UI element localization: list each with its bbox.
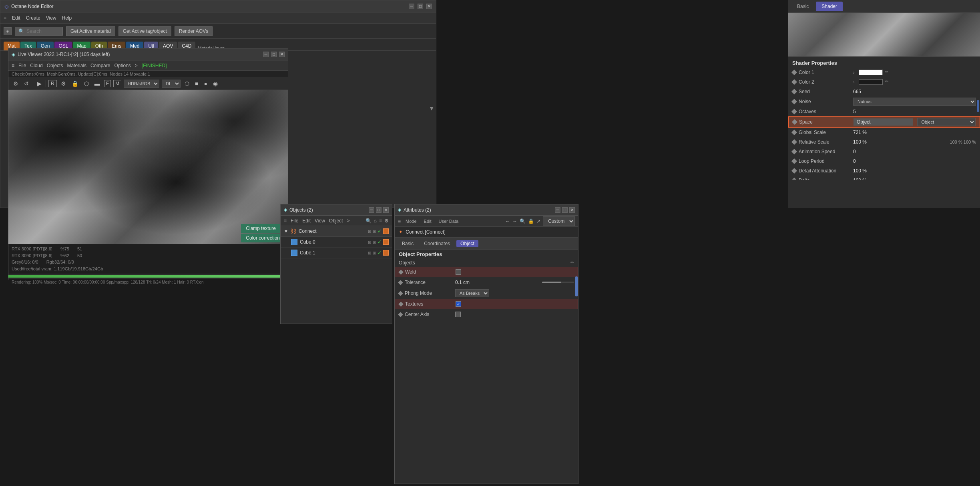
prop-relative-scale: Relative Scale 100 % 100 % 100 %: [788, 137, 980, 147]
lv-tool-refresh[interactable]: ↺: [22, 80, 30, 88]
obj-menu-file[interactable]: File: [291, 218, 298, 224]
minimize-button[interactable]: ─: [409, 4, 414, 9]
lv-dl-dropdown[interactable]: DL: [162, 80, 181, 88]
attr-external-icon[interactable]: ↗: [536, 218, 540, 224]
search-input[interactable]: [26, 28, 58, 34]
lv-tool-hexagon[interactable]: ⬡: [183, 80, 191, 88]
attr-hamburger[interactable]: ≡: [398, 218, 401, 224]
obj-list-icon[interactable]: ≡: [379, 218, 382, 224]
attr-maximize[interactable]: □: [562, 207, 568, 213]
attr-close[interactable]: ✕: [569, 207, 575, 213]
prop-color2-edit[interactable]: ✏: [885, 79, 891, 85]
menu-create[interactable]: Create: [26, 15, 40, 21]
attr-textures-checkbox[interactable]: [456, 301, 461, 307]
prop-noise-dropdown[interactable]: Nutous: [853, 98, 976, 106]
obj-hamburger[interactable]: ≡: [284, 218, 287, 224]
lv-tool-circle[interactable]: ●: [202, 80, 209, 88]
lv-menu-options[interactable]: Options: [114, 63, 131, 68]
obj-close[interactable]: ✕: [383, 207, 389, 213]
lv-tool-sphere[interactable]: ⬡: [82, 80, 90, 88]
lv-separator-2: [46, 80, 46, 87]
attr-custom-dropdown[interactable]: Custom: [543, 216, 575, 226]
menu-help[interactable]: Help: [62, 15, 72, 21]
obj-menu-view[interactable]: View: [315, 218, 325, 224]
clamp-texture-button[interactable]: Clamp texture: [241, 224, 285, 233]
prop-color2-swatch[interactable]: [859, 79, 883, 85]
objects-panel: ◈ Objects (2) ─ □ ✕ ≡ File Edit View Obj…: [280, 204, 392, 324]
attr-scrollbar[interactable]: [575, 276, 578, 296]
attr-title-left: ◈ Attributes (2): [398, 207, 431, 213]
right-panel-scrollbar[interactable]: [977, 100, 979, 112]
attr-nav-right[interactable]: →: [512, 218, 517, 224]
live-viewer-titlebar: ◈ Live Viewer 2022.1-RC1-[r2] (105 days …: [8, 48, 288, 60]
color-correction-button[interactable]: Color correction: [241, 234, 285, 242]
attr-menu-edit[interactable]: Edit: [422, 218, 434, 224]
lv-minimize-button[interactable]: ─: [263, 52, 269, 57]
search-box[interactable]: 🔍: [15, 27, 63, 36]
attr-phong-dropdown[interactable]: As Breaks: [455, 289, 489, 297]
lv-tool-lock[interactable]: 🔒: [70, 80, 80, 88]
lv-maximize-button[interactable]: □: [271, 52, 277, 57]
attr-minimize[interactable]: ─: [555, 207, 560, 213]
lv-menu-file[interactable]: File: [18, 63, 26, 68]
cube1-mat: [383, 250, 389, 256]
attr-panel-title: Attributes (2): [404, 207, 431, 213]
lv-tool-m-btn[interactable]: M: [113, 80, 121, 87]
obj-search-icon[interactable]: 🔍: [365, 218, 372, 224]
menu-hamburger[interactable]: ≡: [4, 15, 6, 21]
get-active-material-button[interactable]: Get Active material: [66, 26, 115, 36]
obj-menu-more[interactable]: >: [347, 218, 350, 224]
attr-obj-edit-icon[interactable]: ✏: [570, 260, 574, 265]
attr-center-axis-checkbox[interactable]: [455, 312, 461, 317]
lv-menu-more[interactable]: >: [135, 63, 138, 68]
prop-color1-swatch[interactable]: [859, 70, 883, 75]
obj-home-icon[interactable]: ⌂: [374, 218, 377, 224]
maximize-button[interactable]: □: [418, 4, 423, 9]
lv-tool-square[interactable]: ■: [193, 80, 200, 88]
attr-lock-icon[interactable]: 🔒: [528, 218, 534, 224]
tab-basic[interactable]: Basic: [791, 2, 814, 11]
render-aovs-button[interactable]: Render AOVs: [175, 26, 213, 36]
attr-menu-mode[interactable]: Mode: [403, 218, 419, 224]
objects-cube0-item[interactable]: Cube.0 ⊞ ⊞ ✓: [281, 237, 392, 248]
lv-menu-compare[interactable]: Compare: [90, 63, 110, 68]
attr-search-icon[interactable]: 🔍: [520, 218, 526, 224]
attr-nav-left[interactable]: ←: [505, 218, 510, 224]
objects-connect-item[interactable]: ▼ ⛓ Connect ⊞ ⊞ ✓: [281, 226, 392, 237]
canvas-scroll-down[interactable]: ▼: [429, 105, 434, 112]
obj-menu-object[interactable]: Object: [329, 218, 343, 224]
attr-tab-basic[interactable]: Basic: [398, 240, 418, 247]
get-active-tag-button[interactable]: Get Active tag/object: [118, 26, 171, 36]
attr-weld-checkbox[interactable]: [456, 269, 461, 275]
obj-maximize[interactable]: □: [376, 207, 382, 213]
tab-shader[interactable]: Shader: [816, 2, 843, 11]
attr-tolerance-slider[interactable]: [542, 282, 574, 283]
prop-space-dropdown[interactable]: Object World: [917, 118, 976, 126]
lv-hdr-dropdown[interactable]: HDR/sRGB: [124, 80, 159, 88]
attr-menu-userdata[interactable]: User Data: [436, 218, 461, 224]
lv-tool-gear2[interactable]: ⚙: [59, 80, 68, 88]
lv-tool-f-btn[interactable]: F: [104, 80, 111, 87]
lv-tool-circle2[interactable]: ◉: [211, 80, 219, 88]
menu-edit[interactable]: Edit: [12, 15, 20, 21]
lv-close-button[interactable]: ✕: [279, 52, 285, 57]
lv-hamburger[interactable]: ≡: [12, 63, 14, 68]
attr-tab-object[interactable]: Object: [456, 240, 478, 247]
prop-noise-label: Noise: [799, 99, 851, 104]
lv-tool-rect[interactable]: ▬: [93, 80, 102, 88]
lv-val2: 50: [77, 252, 82, 259]
lv-menu-materials[interactable]: Materials: [67, 63, 86, 68]
obj-settings-icon[interactable]: ⚙: [384, 218, 389, 224]
prop-color1-edit[interactable]: ✏: [885, 70, 891, 75]
lv-tool-r-button[interactable]: R: [48, 80, 57, 87]
lv-menu-cloud[interactable]: Cloud: [30, 63, 42, 68]
menu-view[interactable]: View: [46, 15, 56, 21]
attr-tab-coordinates[interactable]: Coordinates: [420, 240, 454, 247]
close-button[interactable]: ✕: [426, 4, 432, 9]
obj-menu-edit[interactable]: Edit: [302, 218, 311, 224]
objects-cube1-item[interactable]: Cube.1 ⊞ ⊞ ✓: [281, 248, 392, 258]
lv-menu-objects[interactable]: Objects: [47, 63, 63, 68]
lv-tool-settings[interactable]: ⚙: [12, 80, 20, 88]
obj-minimize[interactable]: ─: [369, 207, 374, 213]
lv-tool-play[interactable]: ▶: [36, 80, 43, 88]
